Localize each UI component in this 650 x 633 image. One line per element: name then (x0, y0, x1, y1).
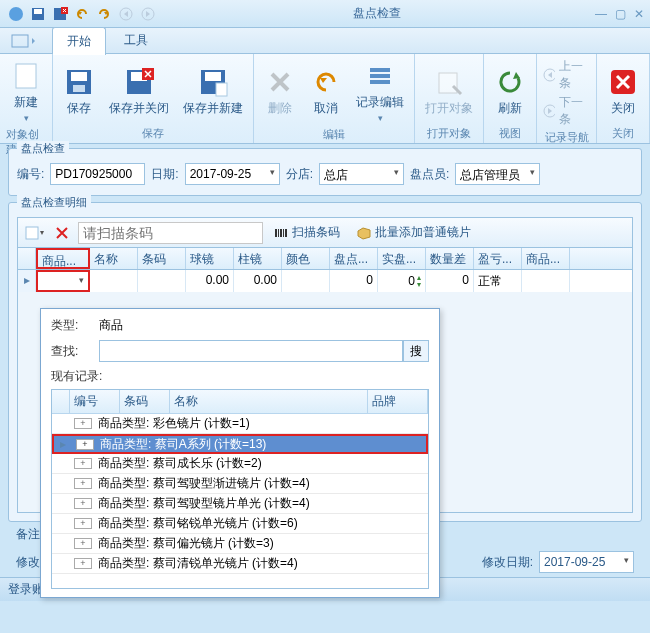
col-color[interactable]: 颜色 (282, 248, 330, 269)
expand-icon[interactable]: + (74, 518, 92, 529)
group-label: 商品类型: 蔡司A系列 (计数=13) (98, 436, 426, 453)
col-no[interactable]: 编号 (70, 390, 120, 413)
prev-icon[interactable] (116, 4, 136, 24)
group-row[interactable]: +商品类型: 蔡司成长乐 (计数=2) (52, 454, 428, 474)
svg-rect-25 (26, 227, 38, 239)
detail-group-title: 盘点检查明细 (17, 195, 91, 210)
group-row[interactable]: +商品类型: 蔡司驾驶型镜片单光 (计数=4) (52, 494, 428, 514)
redo-icon[interactable] (94, 4, 114, 24)
col-sphere[interactable]: 球镜 (186, 248, 234, 269)
grid-row[interactable]: ▸ ▾ 0.00 0.00 0 0▴▾ 0 正常 (18, 270, 632, 292)
col-gain-loss[interactable]: 盈亏... (474, 248, 522, 269)
group-row[interactable]: +商品类型: 蔡司铭锐单光镜片 (计数=6) (52, 514, 428, 534)
cell-actual[interactable]: 0▴▾ (378, 270, 426, 292)
col-barcode[interactable]: 条码 (120, 390, 170, 413)
tab-tools[interactable]: 工具 (110, 27, 162, 54)
file-menu[interactable] (0, 30, 48, 52)
group-label: 商品类型: 蔡司驾驶型渐进镜片 (计数=4) (96, 475, 428, 492)
expand-icon[interactable]: + (74, 558, 92, 569)
svg-rect-28 (280, 229, 282, 237)
branch-field[interactable]: 总店▾ (319, 163, 404, 185)
close-button[interactable]: ✕ (634, 7, 644, 21)
col-name[interactable]: 名称 (170, 390, 368, 413)
open-icon (433, 66, 465, 98)
clerk-label: 盘点员: (410, 166, 449, 183)
clerk-field[interactable]: 总店管理员▾ (455, 163, 540, 185)
add-row-button[interactable]: ▾ (22, 221, 46, 245)
record-edit-button[interactable]: 记录编辑▾ (352, 58, 408, 125)
svg-rect-18 (370, 68, 390, 72)
no-field[interactable] (50, 163, 145, 185)
col-product[interactable]: 商品... (36, 248, 90, 269)
svg-rect-2 (34, 9, 42, 14)
col-product2[interactable]: 商品... (522, 248, 570, 269)
expand-icon[interactable]: + (74, 478, 92, 489)
expand-icon[interactable]: + (76, 439, 94, 450)
group-row[interactable]: +商品类型: 蔡司驾驶型渐进镜片 (计数=4) (52, 474, 428, 494)
col-barcode[interactable]: 条码 (138, 248, 186, 269)
existing-label: 现有记录: (51, 368, 429, 385)
header-groupbox: 盘点检查 编号: 日期: 2017-09-25▾ 分店: 总店▾ 盘点员: 总店… (8, 148, 642, 196)
cell-product[interactable]: ▾ (36, 270, 90, 292)
maximize-button[interactable]: ▢ (615, 7, 626, 21)
col-count[interactable]: 盘点... (330, 248, 378, 269)
undo-icon[interactable] (72, 4, 92, 24)
minimize-button[interactable]: — (595, 7, 607, 21)
col-selector (18, 248, 36, 269)
date-field[interactable]: 2017-09-25▾ (185, 163, 280, 185)
cell-cylinder: 0.00 (234, 270, 282, 292)
svg-rect-29 (283, 229, 284, 237)
next-record-button[interactable]: 下一条 (543, 94, 590, 128)
cell-status: 正常 (474, 270, 522, 292)
group-label: 商品类型: 蔡司成长乐 (计数=2) (96, 455, 428, 472)
chevron-down-icon: ▾ (530, 167, 535, 181)
save-new-button[interactable]: 保存并新建 (179, 64, 247, 119)
col-cylinder[interactable]: 柱镜 (234, 248, 282, 269)
group-row[interactable]: ▸+商品类型: 蔡司A系列 (计数=13) (52, 434, 428, 454)
group-row[interactable]: +商品类型: 蔡司偏光镜片 (计数=3) (52, 534, 428, 554)
svg-rect-11 (73, 85, 85, 92)
scan-input[interactable] (78, 222, 263, 244)
svg-rect-17 (216, 83, 227, 96)
col-brand[interactable]: 品牌 (368, 390, 428, 413)
save-icon[interactable] (28, 4, 48, 24)
open-object-button[interactable]: 打开对象 (421, 64, 477, 119)
col-diff[interactable]: 数量差 (426, 248, 474, 269)
prev-record-button[interactable]: 上一条 (543, 58, 590, 92)
cell-sphere: 0.00 (186, 270, 234, 292)
ribbon-group-create: 新建▾ 对象创建 (0, 54, 53, 143)
save-close-icon[interactable] (50, 4, 70, 24)
no-label: 编号: (17, 166, 44, 183)
refresh-button[interactable]: 刷新 (490, 64, 530, 119)
ribbon-group-save: 保存 保存并关闭 保存并新建 保存 (53, 54, 254, 143)
col-actual[interactable]: 实盘... (378, 248, 426, 269)
cell-color (282, 270, 330, 292)
cell-count: 0 (330, 270, 378, 292)
disk-new-icon (197, 66, 229, 98)
existing-list[interactable]: 编号 条码 名称 品牌 +商品类型: 彩色镜片 (计数=1)▸+商品类型: 蔡司… (51, 389, 429, 589)
new-button[interactable]: 新建▾ (6, 58, 46, 125)
scan-button[interactable]: 扫描条码 (267, 224, 346, 241)
expand-icon[interactable]: + (74, 498, 92, 509)
save-button[interactable]: 保存 (59, 64, 99, 119)
expand-icon[interactable]: + (74, 418, 92, 429)
delete-button[interactable]: 删除 (260, 64, 300, 119)
next-icon[interactable] (138, 4, 158, 24)
delete-row-button[interactable] (50, 221, 74, 245)
expand-icon[interactable]: + (74, 458, 92, 469)
group-row[interactable]: +商品类型: 蔡司清锐单光镜片 (计数=4) (52, 554, 428, 574)
tab-start[interactable]: 开始 (52, 27, 106, 55)
save-close-button[interactable]: 保存并关闭 (105, 64, 173, 119)
moddate-field[interactable]: 2017-09-25▾ (539, 551, 634, 573)
group-row[interactable]: +商品类型: 彩色镜片 (计数=1) (52, 414, 428, 434)
close-window-button[interactable]: 关闭 (603, 64, 643, 119)
col-name[interactable]: 名称 (90, 248, 138, 269)
cancel-button[interactable]: 取消 (306, 64, 346, 119)
branch-label: 分店: (286, 166, 313, 183)
svg-rect-7 (12, 35, 28, 47)
search-button[interactable]: 搜 (403, 340, 429, 362)
batch-add-button[interactable]: 批量添加普通镜片 (350, 224, 477, 241)
search-input[interactable] (99, 340, 403, 362)
svg-rect-21 (439, 73, 457, 93)
expand-icon[interactable]: + (74, 538, 92, 549)
